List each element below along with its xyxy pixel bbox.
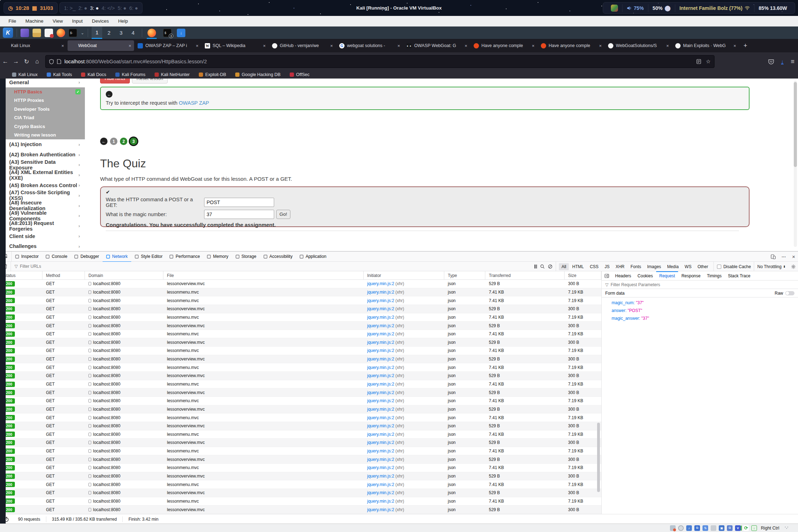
browser-tab-9[interactable]: Have anyone comple×	[538, 40, 605, 51]
devtools-tab-accessibility[interactable]: Accessibility	[260, 251, 296, 262]
pager-page-2[interactable]: 2	[120, 138, 127, 145]
taskbar-workspace-4[interactable]: 4	[128, 27, 138, 39]
taskbar-firefox-running[interactable]	[146, 27, 158, 39]
kali-menu-button[interactable]: K	[3, 28, 13, 38]
initiator-link[interactable]: jquery.min.js:2	[367, 482, 394, 487]
clock-widget[interactable]: ◷ 10:28 ▦ 31/03	[4, 2, 58, 14]
menu-hamburger-icon[interactable]: ≡	[791, 58, 794, 65]
initiator-link[interactable]: jquery.min.js:2	[367, 474, 394, 479]
initiator-link[interactable]: jquery.min.js:2	[367, 382, 394, 387]
launcher-window-icon[interactable]	[21, 29, 29, 37]
tab-close-icon[interactable]: ×	[733, 43, 736, 48]
panel-workspace-1[interactable]: 1:>_	[64, 5, 76, 11]
tab-close-icon[interactable]: ×	[330, 43, 333, 48]
browser-tab-3[interactable]: OWASP ZAP – ZAP i×	[135, 40, 201, 51]
sidebar-category--a2-broken-authentication[interactable]: (A2) Broken Authentication›	[6, 150, 85, 160]
network-settings-gear-icon[interactable]	[791, 264, 796, 269]
bookmark-exploit-db[interactable]: Exploit-DB	[199, 72, 226, 77]
request-type-filter-other[interactable]: Other	[695, 263, 711, 270]
transferred-total[interactable]: 315.49 KB / 335.62 KB transferred	[46, 516, 123, 522]
network-request-row[interactable]: 200GETlocalhost:8080lessonoverview.mvcjq…	[0, 455, 601, 464]
column-header-type[interactable]: Type	[444, 271, 485, 280]
pager-page-3-current[interactable]: 3	[130, 138, 137, 145]
network-request-row[interactable]: 200GETlocalhost:8080lessonmenu.mvcjquery…	[0, 414, 601, 422]
vbox-usb-icon[interactable]: ⇅	[702, 525, 708, 531]
initiator-link[interactable]: jquery.min.js:2	[367, 432, 394, 437]
vbox-menu-machine[interactable]: Machine	[21, 17, 48, 25]
vbox-display-icon[interactable]: ▣	[719, 525, 724, 531]
network-request-row[interactable]: 200GETlocalhost:8080lessonoverview.mvcjq…	[0, 322, 601, 330]
initiator-link[interactable]: jquery.min.js:2	[367, 331, 394, 336]
sidebar-category--a5-broken-access-control[interactable]: (A5) Broken Access Control›	[6, 180, 85, 190]
initiator-link[interactable]: jquery.min.js:2	[367, 281, 394, 286]
tab-close-icon[interactable]: ×	[666, 43, 669, 48]
devtools-tab-style-editor[interactable]: Style Editor	[131, 251, 166, 262]
vbox-clipboard-icon[interactable]: ⧉	[727, 525, 733, 531]
hide-hints-button[interactable]: Hide hints	[100, 79, 130, 83]
network-request-row[interactable]: 200GETlocalhost:8080lessonmenu.mvcjquery…	[0, 296, 601, 305]
devtools-tab-debugger[interactable]: Debugger	[71, 251, 103, 262]
column-header-domain[interactable]: Domain	[85, 271, 163, 280]
initiator-link[interactable]: jquery.min.js:2	[367, 306, 394, 311]
initiator-link[interactable]: jquery.min.js:2	[367, 490, 394, 495]
panel-workspace-6[interactable]: 6:●	[129, 5, 138, 11]
devtools-close-icon[interactable]: ×	[792, 254, 795, 260]
devtools-tab-inspector[interactable]: Inspector	[12, 251, 42, 262]
network-request-row[interactable]: 200GETlocalhost:8080lessonoverview.mvcjq…	[0, 472, 601, 481]
network-request-row[interactable]: 200GETlocalhost:8080lessonmenu.mvcjquery…	[0, 380, 601, 389]
wifi-indicator[interactable]: Internet Familie Bolz (77%)	[675, 4, 754, 12]
initiator-link[interactable]: jquery.min.js:2	[367, 357, 394, 362]
initiator-link[interactable]: jquery.min.js:2	[367, 365, 394, 370]
network-request-row[interactable]: 200GETlocalhost:8080lessonmenu.mvcjquery…	[0, 347, 601, 355]
launcher-dropdown-icon[interactable]: ⌄	[81, 30, 84, 35]
vbox-menu-devices[interactable]: Devices	[88, 17, 113, 25]
sidebar-category--a3-sensitive-data-exposure[interactable]: (A3) Sensitive Data Exposure›	[6, 160, 85, 170]
sidebar-category-challenges[interactable]: Challenges›	[6, 241, 85, 251]
network-request-row[interactable]: 200GETlocalhost:8080lessonoverview.mvcjq…	[0, 422, 601, 430]
request-type-filter-images[interactable]: Images	[645, 263, 664, 270]
quiz-q2-input[interactable]	[204, 210, 274, 219]
throttling-dropdown[interactable]: No Throttling ⬍	[757, 264, 788, 269]
network-request-row[interactable]: 200GETlocalhost:8080lessonoverview.mvcjq…	[0, 305, 601, 313]
initiator-link[interactable]: jquery.min.js:2	[367, 348, 394, 353]
taskbar-workspace-3[interactable]: 3	[116, 27, 126, 39]
vbox-cdrom-icon[interactable]	[678, 525, 684, 531]
finish-time[interactable]: Finish: 3.42 min	[123, 516, 164, 522]
devtools-tab-console[interactable]: Console	[42, 251, 71, 262]
vbox-menu-help[interactable]: Help	[114, 17, 132, 25]
request-type-filter-ws[interactable]: WS	[682, 263, 694, 270]
initiator-link[interactable]: jquery.min.js:2	[367, 423, 394, 428]
initiator-link[interactable]: jquery.min.js:2	[367, 499, 394, 504]
network-request-row[interactable]: 200GETlocalhost:8080lessonoverview.mvcjq…	[0, 372, 601, 380]
network-request-row[interactable]: 200GETlocalhost:8080lessonoverview.mvcjq…	[0, 489, 601, 497]
sidebar-item-developer-tools[interactable]: Developer Tools	[6, 105, 85, 114]
reload-button[interactable]: ↻	[21, 58, 32, 65]
forward-button[interactable]: →	[11, 58, 21, 65]
taskbar-downloads-icon[interactable]: ↓	[177, 29, 185, 37]
launcher-files-icon[interactable]	[33, 29, 41, 37]
go-button[interactable]: Go!	[276, 210, 290, 219]
launcher-firefox-icon[interactable]	[57, 29, 65, 37]
network-request-row[interactable]: 200GETlocalhost:8080lessonmenu.mvcjquery…	[0, 447, 601, 456]
volume-indicator[interactable]: 75%	[622, 4, 648, 12]
request-type-filter-all[interactable]: All	[559, 263, 568, 270]
initiator-link[interactable]: jquery.min.js:2	[367, 415, 394, 420]
request-panel-tab-headers[interactable]: Headers	[612, 271, 634, 281]
bookmark-kali-linux[interactable]: Kali Linux	[12, 72, 37, 77]
initiator-link[interactable]: jquery.min.js:2	[367, 440, 394, 445]
home-button[interactable]: ⌂	[32, 58, 42, 65]
browser-tab-11[interactable]: Main Exploits · WebG×	[672, 40, 739, 51]
request-type-filter-html[interactable]: HTML	[570, 263, 586, 270]
reader-mode-icon[interactable]	[696, 59, 701, 64]
initiator-link[interactable]: jquery.min.js:2	[367, 390, 394, 395]
panel-collapse-icon[interactable]	[602, 274, 612, 278]
network-request-row[interactable]: 200GETlocalhost:8080lessonmenu.mvcjquery…	[0, 430, 601, 439]
page-scrollbar-thumb[interactable]	[794, 82, 797, 167]
raw-toggle[interactable]	[785, 291, 794, 295]
sidebar-category--a8-2013-request-forgeries[interactable]: (A8:2013) Request Forgeries›	[6, 221, 85, 231]
devtools-tab-application[interactable]: Application	[296, 251, 330, 262]
initiator-link[interactable]: jquery.min.js:2	[367, 323, 394, 328]
network-request-row[interactable]: 200GETlocalhost:8080lessonoverview.mvcjq…	[0, 405, 601, 414]
taskbar-terminal-running[interactable]: $ 3	[161, 27, 173, 39]
tab-close-icon[interactable]: ×	[61, 43, 64, 48]
